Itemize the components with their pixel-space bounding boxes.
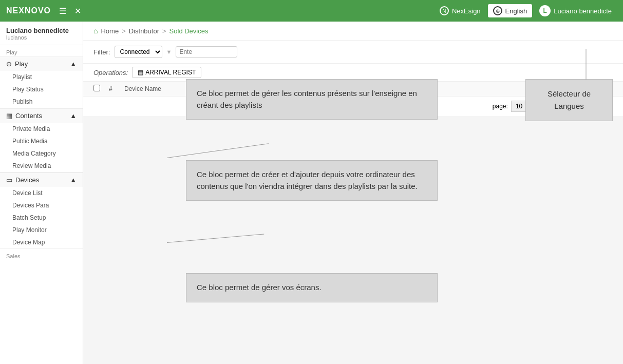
sidebar-item-devices-para[interactable]: Devices Para [0, 199, 83, 212]
main-content: ⌂ Home > Distributor > Sold Devices Filt… [83, 22, 623, 364]
register-icon: ▤ [138, 69, 143, 76]
th-checkbox [93, 85, 109, 93]
breadcrumb: ⌂ Home > Distributor > Sold Devices [83, 22, 623, 41]
lang-arrow-line [586, 49, 587, 80]
section-sales-label: Sales [0, 249, 83, 260]
section-play-label: Play [0, 45, 83, 56]
sidebar-item-publish[interactable]: Publish [0, 95, 83, 108]
main-layout: Luciano bennedicte lucianos Play ⊙ Play … [0, 22, 623, 364]
breadcrumb-home-label[interactable]: Home [101, 27, 119, 35]
nexesign-button[interactable]: N NexEsign [435, 4, 486, 17]
sidebar: Luciano bennedicte lucianos Play ⊙ Play … [0, 22, 83, 364]
play-group-label: Play [15, 60, 28, 68]
app-logo: NEXNOVO [6, 6, 51, 15]
contents-group-header[interactable]: ▦ Contents ▲ [0, 108, 83, 123]
sidebar-item-batch-setup[interactable]: Batch Setup [0, 212, 83, 224]
top-nav-right: N NexEsign ⊕ English L Luciano bennedict… [435, 3, 617, 18]
menu-icon[interactable]: ☰ [59, 6, 66, 16]
sidebar-item-play-status[interactable]: Play Status [0, 83, 83, 95]
home-icon: ⌂ [93, 27, 98, 35]
sidebar-item-private-media[interactable]: Private Media [0, 123, 83, 135]
tooltip-box-2: Ce bloc permet de créer et d'ajouter dep… [186, 160, 438, 201]
close-icon[interactable]: ✕ [74, 6, 81, 16]
language-selector[interactable]: ⊕ English [488, 4, 533, 17]
filter-label: Filter: [93, 48, 110, 56]
line-decor-1 [167, 143, 269, 158]
tooltip-box-1: Ce bloc permet de gérer les contenus pré… [186, 79, 438, 120]
user-avatar: L [539, 5, 551, 16]
operations-label: Operations: [93, 69, 128, 76]
filter-bar: Filter: Connected ▼ [83, 41, 623, 64]
tooltip-box-1-text: Ce bloc permet de gérer les contenus pré… [197, 89, 417, 109]
nexesign-icon: N [440, 6, 449, 15]
sidebar-user-handle: lucianos [6, 34, 77, 41]
sidebar-item-device-list[interactable]: Device List [0, 187, 83, 199]
devices-group-header[interactable]: ▭ Devices ▲ [0, 173, 83, 187]
devices-group-icon: ▭ [6, 176, 12, 184]
select-all-checkbox[interactable] [93, 85, 100, 91]
th-number: # [109, 85, 124, 92]
language-selector-tooltip: Sélecteur de Langues [525, 79, 613, 121]
top-nav: NEXNOVO ☰ ✕ N NexEsign ⊕ English L Lucia… [0, 0, 623, 22]
play-chevron-icon: ▲ [70, 60, 77, 68]
arrival-register-button[interactable]: ▤ ARRIVAL REGIST [132, 67, 201, 78]
breadcrumb-distributor[interactable]: Distributor [129, 27, 159, 35]
devices-group-label: Devices [15, 176, 39, 184]
contents-group-icon: ▦ [6, 112, 12, 120]
sidebar-item-play-monitor[interactable]: Play Monitor [0, 224, 83, 236]
play-group-header[interactable]: ⊙ Play ▲ [0, 56, 83, 71]
lang-selector-text: Sélecteur de Langues [548, 89, 591, 110]
devices-chevron-icon: ▲ [70, 176, 77, 184]
tooltip-box-3-text: Ce bloc permet de gérer vos écrans. [197, 283, 322, 292]
contents-group-label: Contents [15, 112, 42, 120]
per-page-label: page: [493, 103, 508, 110]
filter-arrow: ▼ [166, 49, 172, 55]
breadcrumb-sep1: > [122, 27, 126, 35]
globe-icon: ⊕ [493, 6, 502, 15]
line-decor-2 [167, 234, 264, 243]
user-menu[interactable]: L Luciano bennedicte [534, 3, 617, 18]
sidebar-user: Luciano bennedicte lucianos [0, 22, 83, 45]
breadcrumb-sep2: > [162, 27, 166, 35]
filter-connected-select[interactable]: Connected [115, 46, 162, 58]
play-group-icon: ⊙ [6, 60, 12, 68]
contents-chevron-icon: ▲ [70, 112, 77, 120]
sidebar-user-name: Luciano bennedicte [6, 27, 77, 34]
sidebar-item-media-category[interactable]: Media Category [0, 147, 83, 160]
filter-text-input[interactable] [176, 46, 237, 58]
sidebar-item-public-media[interactable]: Public Media [0, 135, 83, 147]
sidebar-item-review-media[interactable]: Review Media [0, 160, 83, 172]
breadcrumb-current: Sold Devices [169, 27, 209, 35]
sidebar-item-playlist[interactable]: Playlist [0, 71, 83, 83]
tooltip-box-2-text: Ce bloc permet de créer et d'ajouter dep… [197, 170, 418, 190]
tooltip-box-3: Ce bloc permet de gérer vos écrans. [186, 273, 438, 302]
arrival-register-label: ARRIVAL REGIST [145, 69, 196, 76]
sidebar-item-device-map[interactable]: Device Map [0, 236, 83, 248]
